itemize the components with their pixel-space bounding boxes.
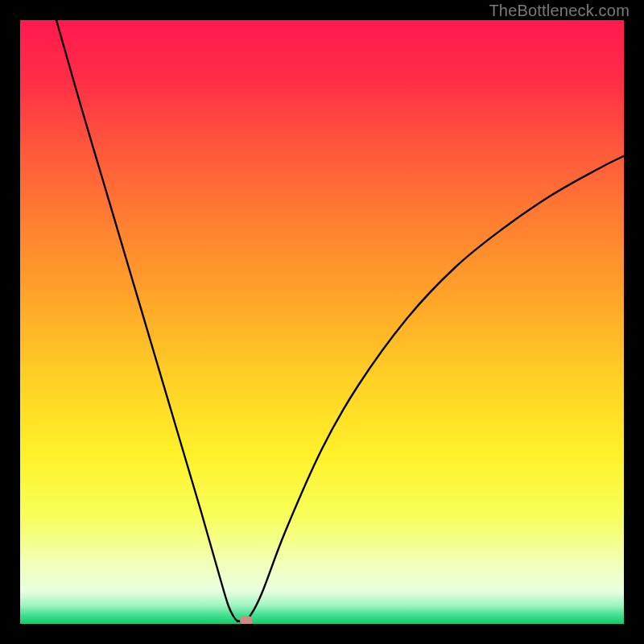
gradient-bg (20, 20, 624, 624)
plot-svg (20, 20, 624, 624)
plot-area (20, 20, 624, 624)
optimum-marker (240, 616, 253, 624)
outer-frame: TheBottleneck.com (0, 0, 644, 644)
watermark-text: TheBottleneck.com (489, 2, 630, 20)
